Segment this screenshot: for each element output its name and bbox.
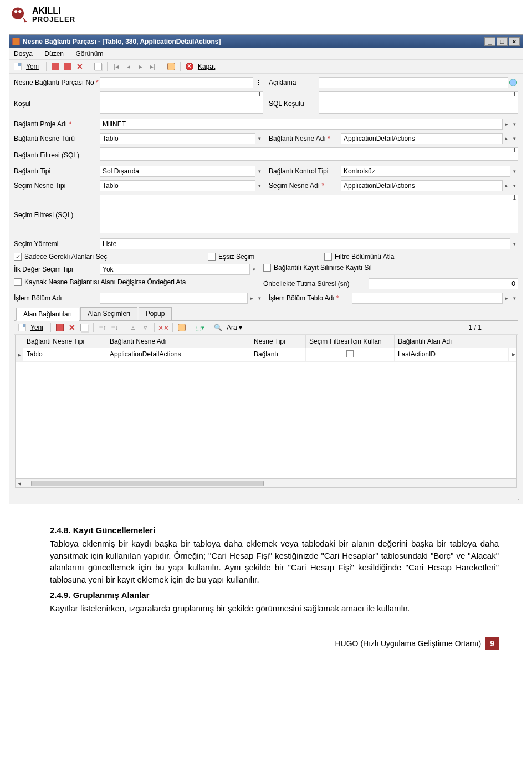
menu-view[interactable]: Görünüm <box>75 50 103 58</box>
tab-alan-secimleri[interactable]: Alan Seçimleri <box>80 307 137 320</box>
doc-header: AKILLI PROJELER <box>0 0 532 29</box>
sub-down-icon[interactable]: ▿ <box>140 323 150 333</box>
sqlkosul-counter: 1 <box>513 91 516 98</box>
input-islem-tablo[interactable] <box>352 293 503 304</box>
chk-silinirse[interactable]: Bağlantılı Kayıt Silinirse Kayıtı Sil <box>263 264 372 272</box>
sub-outdent-icon[interactable]: ≡↓ <box>110 323 120 333</box>
input-no[interactable] <box>100 77 253 88</box>
logo-line1: AKILLI <box>32 7 75 16</box>
cell-c2[interactable]: ApplicationDetailActions <box>106 348 250 361</box>
islem-tablo-dd-icon[interactable]: ▾ <box>510 293 518 303</box>
chk-gerekli[interactable]: ✓Sadece Gerekli Alanları Seç <box>14 253 202 261</box>
input-islem-bolum[interactable] <box>100 293 248 304</box>
col-h3[interactable]: Nesne Tipi <box>250 335 306 348</box>
kontrol-tipi-dd-icon[interactable]: ▾ <box>510 166 518 176</box>
copy-icon[interactable] <box>93 62 103 71</box>
sub-new-button[interactable]: Yeni <box>30 324 43 331</box>
col-h2[interactable]: Bağlantı Nesne Adı <box>106 335 250 348</box>
sub-user-icon[interactable] <box>177 323 187 333</box>
nav-prev-icon[interactable]: ◂ <box>124 62 134 71</box>
chk-essiz[interactable]: Eşsiz Seçim <box>208 253 319 261</box>
resize-grip-icon[interactable]: ⋰ <box>9 496 523 504</box>
user-icon[interactable] <box>166 62 176 71</box>
globe-icon[interactable] <box>508 78 518 88</box>
horizontal-scrollbar[interactable]: ◂ <box>16 478 516 487</box>
refresh-icon[interactable] <box>63 62 73 71</box>
col-h1[interactable]: Bağlantı Nesne Tipi <box>23 335 106 348</box>
input-kosul[interactable] <box>100 91 263 114</box>
close-button[interactable]: Kapat <box>198 63 215 70</box>
chk-ondeger-label: Kaynak Nesne Bağlantısı Alanı Değişirse … <box>24 278 186 286</box>
secim-nesne-adi-lookup-icon[interactable]: ▸ <box>503 181 510 191</box>
input-kontrol-tipi[interactable] <box>341 166 510 177</box>
nav-first-icon[interactable]: |◂ <box>111 62 121 71</box>
sub-clear-icon[interactable]: ⨯⨯ <box>158 323 168 333</box>
minimize-button[interactable]: _ <box>484 37 495 46</box>
sub-search-button[interactable]: Ara ▾ <box>227 324 242 331</box>
cell-c5[interactable]: LastActionID <box>395 348 509 361</box>
input-nesne-turu[interactable] <box>100 133 255 144</box>
nav-last-icon[interactable]: ▸| <box>148 62 158 71</box>
input-nesne-adi[interactable] <box>341 133 503 144</box>
delete-icon[interactable]: ✕ <box>75 62 85 71</box>
maximize-button[interactable]: □ <box>497 37 508 46</box>
input-secim-filtre[interactable] <box>100 195 518 233</box>
islem-bolum-lookup-icon[interactable]: ▸ <box>248 293 255 303</box>
menu-file[interactable]: Dosya <box>14 50 33 58</box>
row-end-icon[interactable]: ▸ <box>509 348 516 361</box>
sec1-num: 2.4.8. <box>50 525 71 535</box>
menu-edit[interactable]: Düzen <box>44 50 64 58</box>
input-onbellek[interactable] <box>369 278 518 289</box>
islem-bolum-dd-icon[interactable]: ▾ <box>255 293 263 303</box>
close-icon[interactable] <box>185 62 195 71</box>
input-proje[interactable] <box>100 119 503 130</box>
new-button[interactable]: Yeni <box>26 63 39 70</box>
sub-page-indicator: 1 / 1 <box>469 324 482 331</box>
secim-yontemi-dd-icon[interactable]: ▾ <box>510 239 518 249</box>
secim-nesne-adi-dd-icon[interactable]: ▾ <box>510 181 518 191</box>
tab-popup[interactable]: Popup <box>139 307 172 320</box>
baglanti-tipi-dd-icon[interactable]: ▾ <box>255 166 263 176</box>
nav-next-icon[interactable]: ▸ <box>136 62 146 71</box>
sub-delete-icon[interactable]: ✕ <box>67 323 77 333</box>
islem-tablo-lookup-icon[interactable]: ▸ <box>503 293 510 303</box>
sub-up-icon[interactable]: ▵ <box>128 323 138 333</box>
new-icon[interactable] <box>13 62 23 71</box>
table-row[interactable]: ▸ Tablo ApplicationDetailActions Bağlant… <box>16 348 516 362</box>
close-window-button[interactable]: × <box>509 37 520 46</box>
label-kontrol-tipi: Bağlantı Kontrol Tipi <box>269 167 341 175</box>
col-h5[interactable]: Bağlantılı Alan Adı <box>395 335 516 348</box>
sub-export-icon[interactable]: ⬚▾ <box>195 323 205 333</box>
ilk-deger-dd-icon[interactable]: ▾ <box>250 264 258 274</box>
tab-alan-baglantilari[interactable]: Alan Bağlantıları <box>16 308 79 321</box>
sub-search-icon[interactable]: 🔍 <box>213 323 223 333</box>
input-secim-nesne-tipi[interactable] <box>100 180 255 191</box>
input-secim-yontemi[interactable] <box>100 238 510 249</box>
nesne-turu-dd-icon[interactable]: ▾ <box>255 134 263 144</box>
cell-c1[interactable]: Tablo <box>23 348 106 361</box>
cell-c4[interactable] <box>306 348 395 361</box>
sub-save-icon[interactable] <box>55 323 65 333</box>
chk-filtre-atla[interactable]: Filtre Bölümünü Atla <box>324 253 394 261</box>
sub-indent-icon[interactable]: ≡↑ <box>98 323 108 333</box>
sub-copy-icon[interactable] <box>79 323 89 333</box>
secim-nesne-tipi-dd-icon[interactable]: ▾ <box>255 181 263 191</box>
lookup-no-icon[interactable]: ⋮ <box>253 78 263 88</box>
proje-lookup-icon[interactable]: ▸ <box>503 119 510 129</box>
input-baglanti-tipi[interactable] <box>100 166 255 177</box>
sub-new-icon[interactable] <box>17 323 27 333</box>
input-secim-nesne-adi[interactable] <box>341 180 503 191</box>
nesne-adi-lookup-icon[interactable]: ▸ <box>503 134 510 144</box>
save-icon[interactable] <box>50 62 60 71</box>
col-h4[interactable]: Seçim Filtresi İçin Kullan <box>306 335 395 348</box>
chk-silinirse-label: Bağlantılı Kayıt Silinirse Kayıtı Sil <box>274 264 372 272</box>
input-sqlkosul[interactable] <box>319 91 518 114</box>
input-ilk-deger[interactable] <box>100 264 250 275</box>
cell-c3[interactable]: Bağlantı <box>250 348 306 361</box>
label-proje: Bağlantı Proje Adı <box>14 120 100 128</box>
input-desc[interactable] <box>319 77 508 88</box>
proje-dd-icon[interactable]: ▾ <box>510 119 518 129</box>
input-filtre[interactable] <box>100 147 518 161</box>
chk-ondeger[interactable]: Kaynak Nesne Bağlantısı Alanı Değişirse … <box>14 278 258 286</box>
nesne-adi-dd-icon[interactable]: ▾ <box>510 134 518 144</box>
